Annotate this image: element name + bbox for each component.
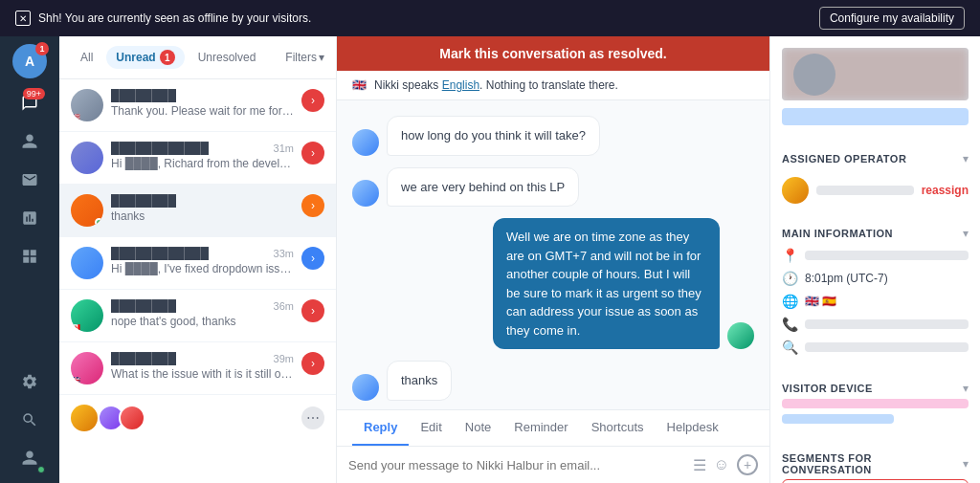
translation-bar: 🇬🇧 Nikki speaks English. Nothing to tran… bbox=[337, 71, 769, 100]
sender-avatar bbox=[352, 374, 379, 401]
language-link[interactable]: English bbox=[442, 78, 479, 92]
conversations-count: 99+ bbox=[23, 88, 45, 99]
tab-reply[interactable]: Reply bbox=[352, 410, 409, 446]
emoji-icon[interactable]: ☺ bbox=[714, 456, 729, 473]
sender-avatar bbox=[727, 322, 754, 349]
more-options-icon[interactable]: ⋯ bbox=[301, 406, 324, 429]
bottom-avatar bbox=[71, 405, 98, 431]
segments-title: SEGMENTS FOR CONVERSATION bbox=[782, 452, 963, 475]
plus-icon[interactable]: + bbox=[737, 454, 758, 475]
sender-avatar bbox=[352, 180, 379, 207]
conv-time: 39m bbox=[274, 353, 294, 364]
info-language: 🌐 🇬🇧 🇪🇸 bbox=[782, 290, 969, 313]
resolve-bar[interactable]: Mark this conversation as resolved. bbox=[337, 36, 769, 71]
close-banner-button[interactable]: ✕ bbox=[15, 11, 31, 26]
configure-availability-button[interactable]: Configure my availability bbox=[819, 7, 965, 30]
conv-arrow-icon: › bbox=[301, 247, 324, 270]
user-avatar[interactable]: A 1 bbox=[12, 44, 47, 78]
tab-shortcuts[interactable]: Shortcuts bbox=[580, 410, 656, 446]
filters-button[interactable]: Filters ▾ bbox=[285, 51, 324, 64]
nav-search-icon[interactable] bbox=[12, 403, 47, 437]
conv-preview: thanks bbox=[111, 209, 294, 223]
tab-unresolved[interactable]: Unresolved bbox=[189, 47, 266, 68]
chevron-down-icon: ▾ bbox=[963, 457, 969, 471]
nav-grid-icon[interactable] bbox=[12, 239, 47, 274]
conversation-item[interactable]: 🇬🇧 ████████ 39m What is the issue with i… bbox=[59, 342, 336, 395]
tab-reminder[interactable]: Reminder bbox=[502, 410, 579, 446]
conv-preview: Hi ████, I've fixed dropdown issue yeste… bbox=[111, 262, 294, 275]
conv-arrow-icon: › bbox=[301, 142, 324, 165]
conv-preview: What is the issue with it is it still of… bbox=[111, 367, 294, 381]
conversation-item[interactable]: ████████ thanks › bbox=[59, 185, 336, 237]
conv-arrow-icon: › bbox=[301, 352, 324, 375]
globe-icon: 🌐 bbox=[782, 294, 797, 309]
visitor-avatar-area bbox=[782, 48, 969, 100]
assigned-operator-section[interactable]: ASSIGNED OPERATOR ▾ bbox=[770, 144, 980, 169]
visitor-profile bbox=[770, 36, 980, 137]
conversations-panel: All Unread 1 Unresolved Filters ▾ bbox=[59, 36, 337, 483]
conversations-header: All Unread 1 Unresolved Filters ▾ bbox=[59, 36, 336, 79]
reply-input[interactable] bbox=[348, 458, 685, 472]
chevron-down-icon: ▾ bbox=[963, 227, 969, 240]
bottom-conv-row[interactable]: ⋯ bbox=[59, 395, 336, 441]
conv-arrow-icon: › bbox=[301, 299, 324, 322]
operator-name-blur bbox=[816, 186, 914, 195]
chevron-down-icon: ▾ bbox=[963, 152, 969, 165]
conversation-item[interactable]: 🇺🇸 ████████ Thank you. Please wait for m… bbox=[59, 79, 336, 132]
phone-icon: 📞 bbox=[782, 317, 797, 332]
tab-unread[interactable]: Unread 1 bbox=[106, 46, 184, 69]
translation-text: Nikki speaks English. Nothing to transla… bbox=[374, 78, 618, 92]
tab-edit[interactable]: Edit bbox=[409, 410, 453, 446]
segments-section[interactable]: SEGMENTS FOR CONVERSATION ▾ bbox=[770, 445, 980, 479]
reply-area: Reply Edit Note Reminder Shortcuts Helpd… bbox=[337, 409, 769, 483]
conv-time: 33m bbox=[274, 248, 294, 259]
search-icon: 🔍 bbox=[782, 340, 797, 355]
info-search: 🔍 bbox=[782, 336, 969, 359]
message-bubble: Well we are on time zone as they are on … bbox=[493, 218, 754, 349]
nav-conversations-icon[interactable]: 99+ bbox=[12, 86, 47, 121]
flag-icon: 🇬🇧 bbox=[352, 78, 367, 92]
conv-preview: Hi ████, Richard from the development te… bbox=[111, 157, 294, 170]
nav-email-icon[interactable] bbox=[12, 163, 47, 197]
conversation-item[interactable]: 🇨🇦 ████████ 36m nope that's good, thanks… bbox=[59, 290, 336, 342]
assigned-operator-title: ASSIGNED OPERATOR bbox=[782, 153, 906, 165]
unread-badge: 1 bbox=[160, 50, 175, 65]
tab-note[interactable]: Note bbox=[454, 410, 502, 446]
block-user-button[interactable]: ⊘ Block user bbox=[782, 479, 969, 483]
avatar bbox=[71, 247, 103, 279]
chevron-down-icon: ▾ bbox=[963, 382, 969, 395]
location-icon: 📍 bbox=[782, 248, 797, 263]
message-bubble: thanks bbox=[352, 361, 452, 401]
main-information-section[interactable]: MAIN INFORMATION ▾ bbox=[770, 219, 980, 244]
message-text: how long do you think it will take? bbox=[387, 116, 600, 156]
conv-name: ████████ bbox=[111, 89, 176, 102]
info-phone: 📞 bbox=[782, 313, 969, 336]
offline-banner: ✕ Shh! You are currently seen as offline… bbox=[0, 0, 980, 36]
nav-profile-icon[interactable] bbox=[12, 441, 47, 475]
tab-all[interactable]: All bbox=[71, 47, 102, 68]
reassign-link[interactable]: reassign bbox=[922, 184, 969, 197]
tab-helpdesk[interactable]: Helpdesk bbox=[656, 410, 730, 446]
reply-input-row: ☰ ☺ + bbox=[337, 447, 769, 483]
main-information-title: MAIN INFORMATION bbox=[782, 228, 893, 239]
clock-icon: 🕐 bbox=[782, 271, 797, 286]
conversation-item[interactable]: ████████████ 31m Hi ████, Richard from t… bbox=[59, 132, 336, 185]
conv-name: ████████ bbox=[111, 194, 176, 208]
device-bar-1 bbox=[782, 399, 969, 408]
info-time-value: 8:01pm (UTC-7) bbox=[805, 272, 888, 285]
operator-avatar bbox=[782, 177, 809, 204]
reply-icons: ☰ ☺ + bbox=[693, 454, 758, 475]
main-information-content: 📍 🕐 8:01pm (UTC-7) 🌐 🇬🇧 🇪🇸 📞 🔍 bbox=[770, 244, 980, 366]
device-content bbox=[770, 399, 980, 437]
message-text: Well we are on time zone as they are on … bbox=[493, 218, 720, 349]
nav-settings-icon[interactable] bbox=[12, 364, 47, 399]
conv-arrow-icon: › bbox=[301, 194, 324, 217]
conversation-item[interactable]: ████████████ 33m Hi ████, I've fixed dro… bbox=[59, 237, 336, 290]
left-nav: A 1 99+ bbox=[0, 36, 59, 483]
offline-message: Shh! You are currently seen as offline b… bbox=[38, 11, 311, 25]
nav-contacts-icon[interactable] bbox=[12, 124, 47, 159]
avatar: 🇨🇦 bbox=[71, 299, 103, 332]
list-icon[interactable]: ☰ bbox=[693, 456, 706, 474]
visitor-device-section[interactable]: VISITOR DEVICE ▾ bbox=[770, 374, 980, 399]
nav-reports-icon[interactable] bbox=[12, 201, 47, 235]
